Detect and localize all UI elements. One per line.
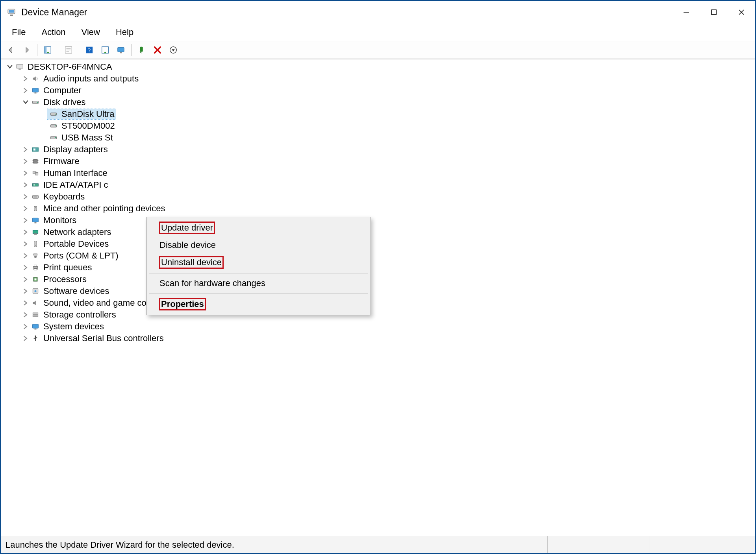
- menu-help[interactable]: Help: [109, 26, 141, 39]
- toolbar-scan-button[interactable]: [98, 43, 112, 57]
- tree-software-devices[interactable]: Software devices: [3, 285, 755, 297]
- context-scan-hardware[interactable]: Scan for hardware changes: [148, 275, 370, 292]
- tree-label: Keyboards: [43, 192, 85, 202]
- toolbar-uninstall-button[interactable]: [150, 43, 165, 57]
- svg-rect-69: [33, 315, 38, 317]
- expander-icon[interactable]: [21, 310, 30, 319]
- tree-ide[interactable]: IDE ATA/ATAPI c: [3, 179, 755, 191]
- svg-rect-63: [34, 269, 37, 270]
- expander-icon[interactable]: [21, 204, 30, 213]
- tree-portable[interactable]: Portable Devices: [3, 238, 755, 250]
- expander-icon[interactable]: [21, 98, 30, 107]
- tree-root[interactable]: DESKTOP-6F4MNCA: [3, 61, 755, 73]
- context-update-driver[interactable]: Update driver: [148, 219, 370, 237]
- menu-view[interactable]: View: [74, 26, 107, 39]
- close-button[interactable]: [728, 1, 755, 24]
- tree-disk-usbmass[interactable]: USB Mass St: [3, 132, 755, 144]
- toolbar-show-panel-button[interactable]: [41, 43, 55, 57]
- tree-network[interactable]: Network adapters: [3, 226, 755, 238]
- svg-rect-47: [33, 184, 39, 187]
- tree-label: ST500DM002: [61, 121, 115, 131]
- disk-icon: [49, 109, 58, 119]
- svg-rect-60: [35, 257, 37, 258]
- maximize-button[interactable]: [700, 1, 728, 24]
- monitor-icon: [31, 216, 40, 225]
- tree-audio[interactable]: Audio inputs and outputs: [3, 73, 755, 85]
- tree-label: Computer: [43, 85, 82, 96]
- tree-computer[interactable]: Computer: [3, 85, 755, 96]
- tree-label: Print queues: [43, 262, 92, 273]
- tree-display-adapters[interactable]: Display adapters: [3, 144, 755, 155]
- context-uninstall-device[interactable]: Uninstall device: [148, 253, 370, 271]
- expander-icon[interactable]: [21, 145, 30, 154]
- menu-file[interactable]: File: [5, 26, 33, 39]
- svg-rect-39: [33, 149, 35, 151]
- tree-ports[interactable]: Ports (COM & LPT): [3, 250, 755, 262]
- svg-rect-27: [19, 69, 21, 70]
- expander-icon[interactable]: [21, 263, 30, 272]
- expander-icon[interactable]: [21, 322, 30, 331]
- minimize-button[interactable]: [673, 1, 700, 24]
- tree-disk-drives[interactable]: Disk drives: [3, 96, 755, 108]
- toolbar-help-button[interactable]: ?: [82, 43, 96, 57]
- tree-label: Audio inputs and outputs: [43, 74, 139, 84]
- expander-icon[interactable]: [6, 63, 14, 71]
- device-tree[interactable]: DESKTOP-6F4MNCA Audio inputs and outputs…: [1, 59, 755, 536]
- svg-point-31: [37, 102, 38, 103]
- svg-rect-19: [120, 52, 122, 54]
- toolbar: ?: [1, 41, 755, 59]
- expander-icon[interactable]: [21, 181, 30, 189]
- tree-label: USB Mass St: [61, 133, 113, 143]
- svg-rect-54: [33, 218, 39, 222]
- tree-disk-st500[interactable]: ST500DM002: [3, 120, 755, 132]
- menu-action[interactable]: Action: [34, 26, 72, 39]
- expander-icon[interactable]: [21, 169, 30, 177]
- tree-usb-controllers[interactable]: Universal Serial Bus controllers: [3, 332, 755, 344]
- toolbar-separator: [131, 44, 132, 56]
- svg-rect-46: [35, 172, 38, 175]
- storage-icon: [31, 310, 40, 319]
- tree-label: Display adapters: [43, 144, 108, 155]
- expander-icon[interactable]: [21, 287, 30, 295]
- tree-keyboards[interactable]: Keyboards: [3, 191, 755, 203]
- toolbar-properties-button[interactable]: [61, 43, 76, 57]
- expander-icon[interactable]: [21, 157, 30, 166]
- svg-point-33: [55, 114, 56, 114]
- toolbar-more-button[interactable]: [166, 43, 180, 57]
- expander-icon[interactable]: [21, 216, 30, 225]
- speaker-icon: [31, 298, 40, 308]
- expander-icon[interactable]: [21, 334, 30, 343]
- expander-icon[interactable]: [21, 192, 30, 201]
- expander-icon[interactable]: [21, 74, 30, 83]
- expander-icon[interactable]: [21, 251, 30, 260]
- toolbar-monitor-button[interactable]: [114, 43, 128, 57]
- tree-mice[interactable]: Mice and other pointing devices: [3, 203, 755, 214]
- tree-monitors[interactable]: Monitors: [3, 214, 755, 226]
- svg-marker-9: [47, 52, 49, 53]
- tree-label: Human Interface: [43, 168, 107, 178]
- tree-print-queues[interactable]: Print queues: [3, 262, 755, 273]
- titlebar: Device Manager: [1, 1, 755, 24]
- tree-sound[interactable]: Sound, video and game controllers: [3, 297, 755, 309]
- tree-firmware[interactable]: Firmware: [3, 155, 755, 167]
- expander-icon[interactable]: [21, 228, 30, 236]
- svg-rect-70: [33, 324, 39, 328]
- tree-processors[interactable]: Processors: [3, 273, 755, 285]
- tree-storage-controllers[interactable]: Storage controllers: [3, 309, 755, 321]
- expander-icon[interactable]: [21, 240, 30, 248]
- expander-icon[interactable]: [21, 86, 30, 95]
- toolbar-enable-button[interactable]: [135, 43, 149, 57]
- svg-rect-4: [712, 10, 716, 15]
- portable-icon: [31, 239, 40, 249]
- tree-hid[interactable]: Human Interface: [3, 167, 755, 179]
- expander-icon[interactable]: [21, 275, 30, 284]
- svg-rect-18: [118, 48, 124, 52]
- disk-icon: [31, 98, 40, 107]
- toolbar-forward-button[interactable]: [20, 43, 34, 57]
- toolbar-back-button[interactable]: [4, 43, 18, 57]
- tree-system-devices[interactable]: System devices: [3, 321, 755, 332]
- context-properties[interactable]: Properties: [148, 295, 370, 313]
- context-disable-device[interactable]: Disable device: [148, 237, 370, 253]
- expander-icon[interactable]: [21, 299, 30, 307]
- tree-disk-sandisk[interactable]: SanDisk Ultra: [3, 108, 755, 120]
